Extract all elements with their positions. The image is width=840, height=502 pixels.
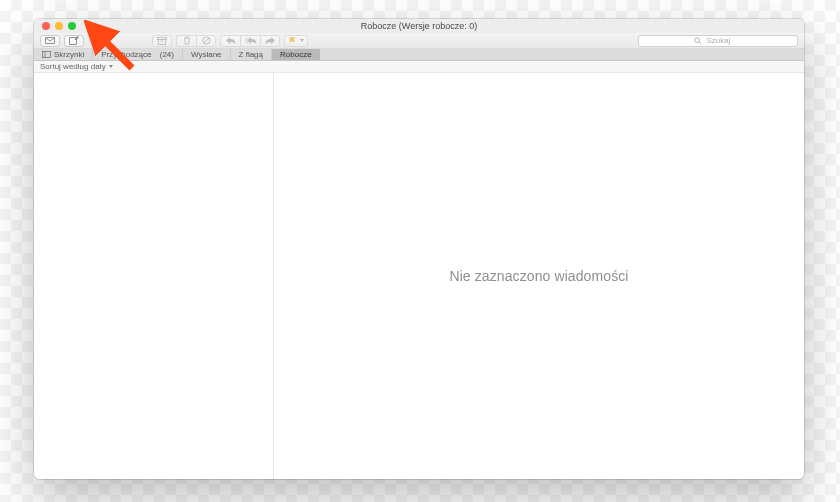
flagged-tab-label: Z flagą: [239, 50, 263, 59]
junk-button[interactable]: [196, 35, 216, 47]
reply-all-button[interactable]: [240, 35, 260, 47]
sent-tab[interactable]: Wysłane: [183, 49, 231, 60]
sort-label: Sortuj według daty: [40, 62, 106, 71]
sent-tab-label: Wysłane: [191, 50, 222, 59]
mailboxes-tab[interactable]: Skrzynki: [34, 49, 93, 60]
filter-bar: Sortuj według daty: [34, 61, 804, 73]
reply-all-icon: [245, 37, 257, 44]
search-icon: [694, 37, 702, 45]
flagged-tab[interactable]: Z flagą: [231, 49, 272, 60]
reply-group: [220, 35, 280, 47]
delete-junk-group: [176, 35, 216, 47]
archive-group: [152, 35, 172, 47]
inbox-tab-label: Przychodzące: [101, 50, 151, 59]
window-title: Robocze (Wersje robocze: 0): [34, 21, 804, 31]
mail-window: Robocze (Wersje robocze: 0): [34, 19, 804, 479]
reply-button[interactable]: [220, 35, 240, 47]
reply-icon: [226, 37, 236, 44]
svg-rect-0: [46, 38, 55, 44]
svg-rect-1: [70, 38, 77, 45]
drafts-tab-label: Robocze: [280, 50, 312, 59]
search-input[interactable]: [705, 35, 743, 46]
compose-button[interactable]: [64, 35, 84, 47]
empty-selection-label: Nie zaznaczono wiadomości: [449, 268, 628, 284]
message-list[interactable]: [34, 73, 274, 479]
archive-button[interactable]: [152, 35, 172, 47]
envelope-icon: [45, 37, 55, 44]
flag-button[interactable]: [284, 35, 308, 47]
titlebar: Robocze (Wersje robocze: 0): [34, 19, 804, 33]
forward-button[interactable]: [260, 35, 280, 47]
compose-icon: [69, 36, 79, 45]
sidebar-icon: [42, 51, 51, 58]
svg-line-6: [204, 38, 209, 43]
svg-line-8: [699, 42, 701, 44]
message-preview: Nie zaznaczono wiadomości: [274, 73, 804, 479]
toolbar: [34, 33, 804, 49]
trash-icon: [183, 36, 191, 45]
forward-icon: [265, 37, 275, 44]
delete-button[interactable]: [176, 35, 196, 47]
drafts-tab[interactable]: Robocze: [272, 49, 320, 60]
archive-icon: [157, 37, 167, 45]
search-field[interactable]: [638, 35, 798, 47]
close-window-button[interactable]: [42, 22, 50, 30]
mailboxes-label: Skrzynki: [54, 50, 84, 59]
content-area: Nie zaznaczono wiadomości: [34, 73, 804, 479]
sort-dropdown[interactable]: Sortuj według daty: [40, 62, 113, 71]
junk-icon: [202, 36, 211, 45]
svg-rect-9: [42, 51, 50, 57]
zoom-window-button[interactable]: [68, 22, 76, 30]
svg-rect-3: [158, 39, 165, 44]
flag-icon: [289, 37, 297, 45]
inbox-tab-count: (24): [160, 50, 174, 59]
window-controls: [34, 22, 76, 30]
favorites-bar: Skrzynki Przychodzące (24) Wysłane Z fla…: [34, 49, 804, 61]
get-mail-button[interactable]: [40, 35, 60, 47]
inbox-tab[interactable]: Przychodzące (24): [93, 49, 183, 60]
minimize-window-button[interactable]: [55, 22, 63, 30]
svg-point-7: [694, 37, 699, 42]
